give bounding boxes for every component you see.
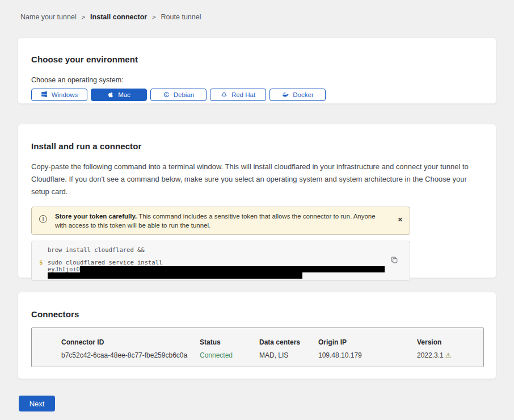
breadcrumb-separator: > [152,14,155,20]
col-header-origin-ip: Origin IP [318,338,417,346]
redhat-icon [221,91,227,99]
version-value: 2022.3.1 [417,351,444,359]
breadcrumb-step-install-connector[interactable]: Install connector [90,13,147,21]
os-button-row: Windows Mac Debian Red Hat Docker [31,89,483,101]
col-header-version: Version [417,338,483,346]
col-header-connector-id: Connector ID [61,338,200,346]
next-button[interactable]: Next [19,396,55,411]
table-header-row: Connector ID Status Data centers Origin … [61,338,483,346]
cell-origin-ip: 109.48.10.179 [318,351,417,359]
breadcrumb-step-route-tunnel[interactable]: Route tunnel [161,13,201,21]
os-button-mac[interactable]: Mac [91,89,147,101]
os-button-label: Mac [118,91,130,98]
os-button-redhat[interactable]: Red Hat [210,89,266,101]
command-line-brew: brew install cloudflared && [48,246,410,254]
version-warning-icon: ⚠ [445,351,452,359]
environment-card-title: Choose your environment [31,38,483,64]
redacted-token-bar [48,272,302,279]
alert-icon: ! [39,215,47,223]
connectors-table: Connector ID Status Data centers Origin … [31,327,484,367]
status-badge: Connected [200,351,259,359]
install-connector-card: Install and run a connector Copy-paste t… [18,124,496,278]
table-row: b7c52c42-6caa-48ee-8c77-fbe259cb6c0a Con… [61,351,483,359]
connectors-card-title: Connectors [31,292,483,319]
docker-icon [281,91,289,99]
install-command-code-block[interactable]: $ brew install cloudflared && sudo cloud… [31,241,410,281]
redacted-token-bar [80,266,385,272]
debian-icon [163,91,170,99]
col-header-status: Status [200,338,259,346]
cell-version: 2022.3.1⚠ [417,351,483,359]
breadcrumb-step-name-tunnel[interactable]: Name your tunnel [20,13,77,21]
cell-connector-id: b7c52c42-6caa-48ee-8c77-fbe259cb6c0a [61,351,200,359]
col-header-data-centers: Data centers [259,338,318,346]
os-button-debian[interactable]: Debian [150,89,207,101]
os-select-label: Choose an operating system: [31,76,483,84]
command-line-sudo: sudo cloudflared service install [48,259,410,266]
install-card-title: Install and run a connector [31,124,483,151]
os-button-label: Debian [174,91,194,98]
token-line: eyJhIjoiO [48,266,410,272]
copy-icon[interactable] [390,256,398,266]
choose-environment-card: Choose your environment Choose an operat… [18,37,496,104]
os-button-label: Red Hat [231,91,255,98]
os-button-label: Windows [52,91,78,98]
warning-title: Store your token carefully. [55,213,137,220]
close-icon[interactable]: × [398,216,402,223]
apple-icon [107,91,114,99]
windows-icon [41,91,48,99]
os-button-windows[interactable]: Windows [31,89,87,101]
connectors-card: Connectors Connector ID Status Data cent… [18,292,496,379]
token-warning-banner: ! Store your token carefully. This comma… [31,207,410,235]
breadcrumb: Name your tunnel > Install connector > R… [20,13,201,21]
os-button-label: Docker [293,91,313,98]
shell-prompt: $ [39,259,43,266]
cell-data-centers: MAD, LIS [259,351,318,359]
install-description: Copy-paste the following command into a … [31,161,483,198]
token-prefix: eyJhIjoiO [48,266,80,272]
breadcrumb-separator: > [82,14,85,20]
os-button-docker[interactable]: Docker [269,89,326,101]
